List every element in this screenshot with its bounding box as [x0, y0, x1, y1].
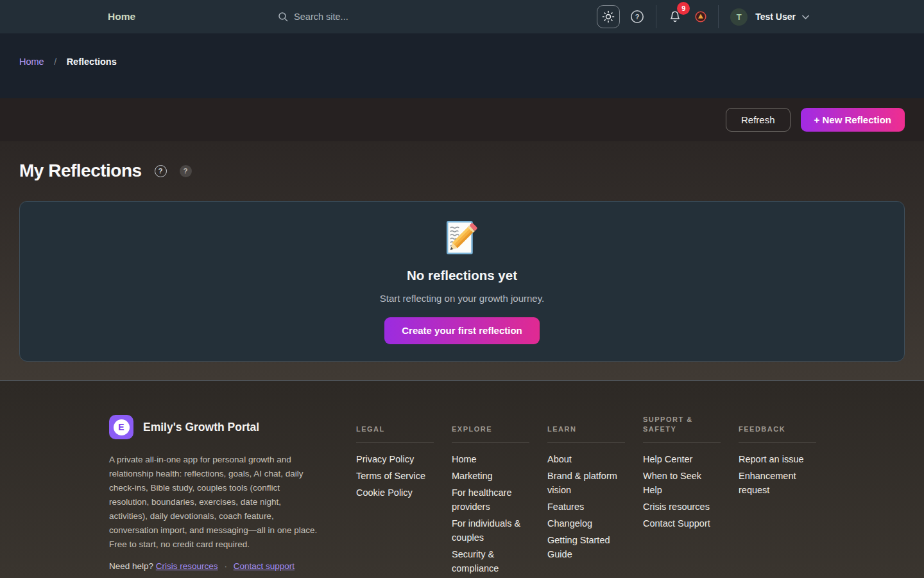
- footer-link[interactable]: Terms of Service: [356, 469, 434, 483]
- search-icon: [278, 12, 289, 22]
- memo-pencil-icon: [443, 219, 481, 256]
- contact-support-link[interactable]: Contact support: [234, 561, 295, 571]
- navbar-divider: [656, 5, 656, 28]
- footer-column-rule: [356, 442, 434, 442]
- page-help-icon[interactable]: ?: [155, 165, 167, 177]
- footer-link[interactable]: Marketing: [452, 469, 529, 483]
- breadcrumb: Home / Reflections: [0, 33, 924, 98]
- brand-logo: E: [109, 415, 133, 439]
- footer-link[interactable]: Enhancement request: [739, 469, 816, 497]
- footer-link[interactable]: Help Center: [643, 452, 721, 466]
- search-input[interactable]: [294, 12, 416, 22]
- footer-column-support-safety: SUPPORT & SAFETY Help CenterWhen to Seek…: [643, 415, 721, 578]
- footer-column-heading: LEARN: [547, 415, 625, 434]
- main-content: My Reflections ? ?: [0, 141, 924, 380]
- warning-circle-icon: [695, 11, 706, 22]
- help-separator: ·: [224, 561, 227, 571]
- user-name: Test User: [755, 12, 796, 22]
- footer-link[interactable]: Crisis resources: [643, 500, 721, 514]
- site-search[interactable]: [278, 12, 416, 22]
- empty-state-card: No reflections yet Start reflecting on y…: [19, 201, 905, 362]
- user-menu[interactable]: T Test User: [730, 8, 810, 26]
- crisis-alert-icon[interactable]: [695, 11, 706, 22]
- theme-toggle-button[interactable]: [597, 5, 620, 28]
- help-prefix: Need help?: [109, 561, 153, 571]
- help-button[interactable]: ?: [630, 10, 644, 24]
- brand-name: Emily's Growth Portal: [143, 421, 259, 434]
- refresh-button[interactable]: Refresh: [726, 108, 791, 132]
- footer-column-legal: LEGAL Privacy PolicyTerms of ServiceCook…: [356, 415, 434, 578]
- page-actions: Refresh + New Reflection: [0, 98, 924, 141]
- breadcrumb-home-link[interactable]: Home: [19, 57, 44, 67]
- footer-column-rule: [452, 442, 529, 442]
- footer-column-learn: LEARN AboutBrand & platform visionFeatur…: [547, 415, 625, 578]
- notification-badge: 9: [677, 2, 690, 15]
- footer-column-rule: [643, 442, 721, 442]
- footer-link[interactable]: For individuals & couples: [452, 516, 529, 545]
- avatar: T: [730, 8, 748, 26]
- footer-link[interactable]: Security & compliance: [452, 547, 529, 575]
- footer-link[interactable]: Cookie Policy: [356, 486, 434, 500]
- footer-link[interactable]: For healthcare providers: [452, 486, 529, 514]
- footer-brand-block: E Emily's Growth Portal A private all-in…: [109, 415, 321, 578]
- footer-link[interactable]: Getting Started Guide: [547, 533, 625, 561]
- footer-column-heading: LEGAL: [356, 415, 434, 434]
- help-icon: ?: [630, 10, 644, 24]
- breadcrumb-current: Reflections: [67, 57, 117, 67]
- footer-description: A private all-in-one app for personal gr…: [109, 453, 321, 552]
- nav-home-link[interactable]: Home: [108, 11, 135, 22]
- navbar-right-cluster: ? 9 T Test User: [597, 5, 810, 28]
- sun-icon: [602, 10, 615, 23]
- footer-columns: LEGAL Privacy PolicyTerms of ServiceCook…: [356, 415, 816, 578]
- footer-link[interactable]: Features: [547, 500, 625, 514]
- empty-state-subtitle: Start reflecting on your growth journey.: [380, 293, 545, 304]
- create-first-reflection-button[interactable]: Create your first reflection: [384, 317, 540, 344]
- footer-column-rule: [739, 442, 816, 442]
- navbar-divider: [718, 5, 719, 28]
- footer-column-heading: SUPPORT & SAFETY: [643, 415, 721, 434]
- chevron-down-icon: [801, 14, 810, 20]
- footer-link[interactable]: About: [547, 452, 625, 466]
- top-navbar: Home: [0, 0, 924, 33]
- footer-link[interactable]: Changelog: [547, 516, 625, 530]
- new-reflection-button[interactable]: + New Reflection: [801, 108, 905, 132]
- footer-link[interactable]: Privacy Policy: [356, 452, 434, 466]
- footer-link[interactable]: Home: [452, 452, 529, 466]
- footer-link[interactable]: Report an issue: [739, 452, 816, 466]
- site-footer: E Emily's Growth Portal A private all-in…: [0, 380, 924, 578]
- footer-column-heading: EXPLORE: [452, 415, 529, 434]
- footer-link[interactable]: Contact Support: [643, 516, 721, 530]
- footer-column-feedback: FEEDBACK Report an issueEnhancement requ…: [739, 415, 816, 578]
- footer-column-heading: FEEDBACK: [739, 415, 816, 434]
- footer-column-explore: EXPLORE HomeMarketingFor healthcare prov…: [452, 415, 529, 578]
- footer-column-rule: [547, 442, 625, 442]
- svg-text:?: ?: [635, 13, 640, 21]
- brand-logo-letter: E: [114, 419, 130, 435]
- footer-help-line: Need help? Crisis resources · Contact su…: [109, 561, 321, 571]
- footer-link[interactable]: Brand & platform vision: [547, 469, 625, 497]
- app-root: Home: [0, 0, 924, 578]
- page-tooltip-icon[interactable]: ?: [180, 165, 192, 177]
- crisis-resources-link[interactable]: Crisis resources: [156, 561, 218, 571]
- page-title: My Reflections: [19, 161, 142, 181]
- notifications-button[interactable]: 9: [668, 10, 682, 24]
- breadcrumb-separator: /: [54, 57, 56, 67]
- footer-link[interactable]: When to Seek Help: [643, 469, 721, 497]
- empty-state-title: No reflections yet: [407, 268, 517, 283]
